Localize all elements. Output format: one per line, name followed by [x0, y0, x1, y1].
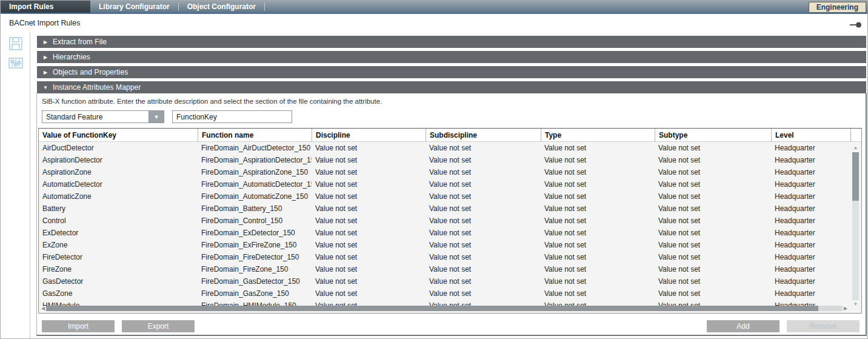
- table-cell: Value not set: [541, 263, 655, 275]
- table-cell: Value not set: [426, 203, 541, 215]
- horizontal-scroll-track[interactable]: [818, 306, 843, 311]
- table-cell: Value not set: [426, 142, 541, 154]
- scroll-right-icon[interactable]: ▶: [843, 305, 849, 312]
- table-row[interactable]: AspirationZoneFireDomain_AspirationZone_…: [39, 166, 861, 178]
- table-cell: Value not set: [655, 287, 771, 300]
- vertical-scroll-thumb[interactable]: [852, 152, 859, 201]
- vertical-scrollbar[interactable]: ▲ ▼: [852, 145, 860, 307]
- scroll-left-icon[interactable]: ◀: [40, 305, 46, 312]
- horizontal-scroll-thumb[interactable]: [46, 306, 818, 311]
- section-label: Objects and Properties: [53, 68, 128, 76]
- section-header-instance-attributes-mapper[interactable]: ▼ Instance Attributes Mapper: [37, 81, 866, 93]
- section-label: Extract from File: [53, 38, 107, 46]
- tab-separator: [264, 2, 265, 11]
- table-cell: GasDetector: [39, 275, 198, 287]
- table-cell: FireDomain_Battery_150: [198, 203, 312, 215]
- collapsed-arrow-icon: ▶: [41, 70, 50, 75]
- column-header[interactable]: Function name: [198, 129, 312, 142]
- table-row[interactable]: ExDetectorFireDomain_ExDetector_150Value…: [39, 227, 861, 239]
- column-header[interactable]: Subtype: [655, 129, 771, 142]
- feature-select-value: Standard Feature: [42, 110, 149, 123]
- table-row[interactable]: ExZoneFireDomain_ExFireZone_150Value not…: [39, 239, 861, 251]
- table-cell: Value not set: [312, 190, 426, 203]
- add-button[interactable]: Add: [707, 320, 780, 332]
- table-cell: Value not set: [312, 287, 426, 300]
- tab-library-configurator[interactable]: Library Configurator: [90, 1, 178, 13]
- table-row[interactable]: ControlFireDomain_Control_150Value not s…: [39, 215, 861, 227]
- section-header-extract-from-file[interactable]: ▶ Extract from File: [37, 36, 866, 48]
- scroll-up-icon[interactable]: ▲: [853, 145, 858, 151]
- filter-settings-button[interactable]: [5, 55, 26, 71]
- save-icon: [8, 36, 24, 51]
- table-row[interactable]: AutomaticDetectorFireDomain_AutomaticDet…: [39, 178, 861, 190]
- table-cell: FireDomain_ExDetector_150: [198, 227, 312, 239]
- table-cell: Headquarter: [771, 275, 851, 287]
- table-cell: FireDomain_AutomaticDetector_150: [198, 178, 312, 190]
- table-row[interactable]: AirDuctDetectorFireDomain_AirDuctDetecto…: [39, 142, 861, 154]
- table-cell: Value not set: [426, 263, 541, 275]
- horizontal-scrollbar[interactable]: ◀ ▶: [40, 305, 849, 312]
- table-row[interactable]: FireZoneFireDomain_FireZone_150Value not…: [39, 263, 861, 275]
- column-header[interactable]: Discipline: [312, 129, 426, 142]
- tab-object-configurator[interactable]: Object Configurator: [179, 1, 264, 13]
- tab-import-rules[interactable]: Import Rules: [1, 1, 90, 13]
- sections-list: ▶ Extract from File ▶ Hierarchies ▶ Obje…: [37, 36, 866, 96]
- table-row[interactable]: GasZoneFireDomain_GasZone_150Value not s…: [39, 287, 861, 300]
- table-cell: Value not set: [655, 263, 771, 275]
- column-header[interactable]: Level: [771, 129, 851, 142]
- import-button[interactable]: Import: [42, 320, 115, 332]
- table-cell: FireDomain_FireZone_150: [198, 263, 312, 275]
- table-cell: Headquarter: [771, 287, 851, 300]
- feature-select[interactable]: Standard Feature ▼: [42, 110, 164, 123]
- table-cell: AutomaticZone: [39, 190, 198, 203]
- table-cell: Headquarter: [771, 203, 851, 215]
- table-row[interactable]: AutomaticZoneFireDomain_AutomaticZone_15…: [39, 190, 861, 203]
- table-cell: Value not set: [541, 203, 655, 215]
- table-row[interactable]: AspirationDetectorFireDomain_AspirationD…: [39, 154, 861, 166]
- table-cell: Headquarter: [771, 239, 851, 251]
- engineering-mode-badge: Engineering: [809, 2, 866, 13]
- table-cell: Value not set: [655, 239, 771, 251]
- table-cell: Value not set: [426, 154, 541, 166]
- attribute-input[interactable]: [172, 110, 292, 123]
- column-header[interactable]: Value of FunctionKey: [39, 129, 198, 142]
- table-row[interactable]: GasDetectorFireDomain_GasDetector_150Val…: [39, 275, 861, 287]
- collapsed-arrow-icon: ▶: [41, 55, 50, 60]
- table-cell: Headquarter: [771, 178, 851, 190]
- export-button[interactable]: Export: [122, 320, 195, 332]
- table-cell: Value not set: [541, 215, 655, 227]
- section-header-objects-and-properties[interactable]: ▶ Objects and Properties: [37, 66, 866, 78]
- scroll-down-icon[interactable]: ▼: [853, 301, 858, 307]
- table-cell: FireDomain_AutomaticZone_150: [198, 190, 312, 203]
- save-button[interactable]: [5, 36, 26, 52]
- table-cell: FireDomain_AspirationDetector_150: [198, 154, 312, 166]
- table-row[interactable]: FireDetectorFireDomain_FireDetector_150V…: [39, 251, 861, 263]
- table-cell: Value not set: [655, 275, 771, 287]
- table-row[interactable]: BatteryFireDomain_Battery_150Value not s…: [39, 203, 861, 215]
- section-label: Hierarchies: [53, 53, 90, 61]
- table-cell: Headquarter: [771, 142, 851, 154]
- column-header[interactable]: Subdiscipline: [426, 129, 541, 142]
- dropdown-arrow-icon[interactable]: ▼: [149, 110, 164, 123]
- table-cell: Value not set: [655, 142, 771, 154]
- table-cell: Value not set: [541, 227, 655, 239]
- table-cell: Value not set: [426, 275, 541, 287]
- table-cell: FireDetector: [39, 251, 198, 263]
- table-cell: Value not set: [312, 275, 426, 287]
- vertical-scroll-track[interactable]: [852, 201, 859, 300]
- table-cell: AutomaticDetector: [39, 178, 198, 190]
- table-cell: Value not set: [426, 287, 541, 300]
- table-cell: Value not set: [426, 166, 541, 178]
- table-cell: Value not set: [655, 154, 771, 166]
- pin-icon[interactable]: [849, 20, 863, 27]
- column-header[interactable]: Type: [541, 129, 655, 142]
- table-cell: Value not set: [655, 166, 771, 178]
- section-header-hierarchies[interactable]: ▶ Hierarchies: [37, 51, 866, 63]
- table-cell: GasZone: [39, 287, 198, 300]
- expanded-arrow-icon: ▼: [41, 85, 50, 90]
- table-cell: ExDetector: [39, 227, 198, 239]
- collapsed-arrow-icon: ▶: [41, 39, 50, 45]
- title-bar: BACnet Import Rules: [1, 14, 868, 32]
- page-title: BACnet Import Rules: [9, 19, 80, 27]
- table-cell: Value not set: [655, 178, 771, 190]
